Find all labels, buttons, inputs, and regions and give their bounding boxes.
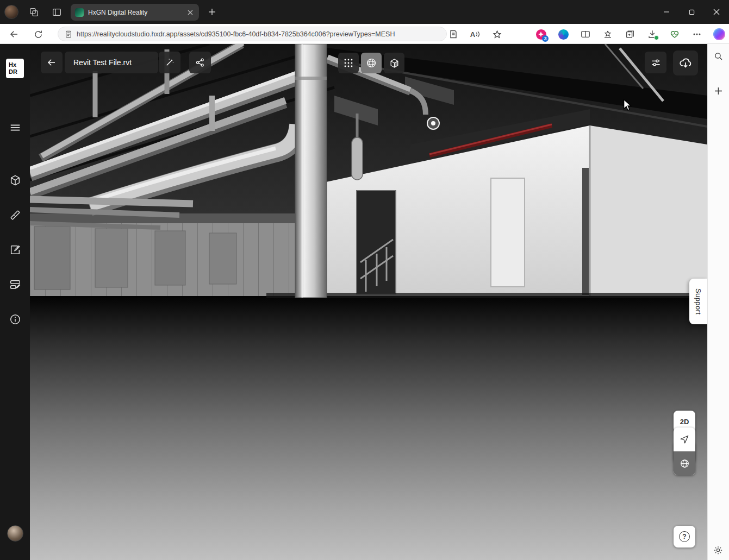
logo-line-2: DR bbox=[9, 68, 24, 75]
search-icon[interactable] bbox=[711, 48, 726, 64]
menu-icon[interactable] bbox=[8, 121, 22, 135]
workspaces-icon[interactable] bbox=[28, 7, 39, 17]
read-aloud-icon[interactable]: A bbox=[468, 27, 483, 42]
favorites-hub-icon[interactable] bbox=[601, 28, 614, 41]
assets-cube-icon[interactable] bbox=[8, 173, 22, 187]
save-page-icon[interactable] bbox=[446, 27, 461, 42]
split-screen-icon[interactable] bbox=[579, 28, 592, 41]
settings-more-icon[interactable] bbox=[690, 28, 703, 41]
back-icon[interactable] bbox=[7, 27, 22, 42]
tab-actions-icon[interactable] bbox=[51, 7, 62, 17]
back-button[interactable] bbox=[41, 52, 63, 73]
browser-titlebar: HxGN Digital Reality bbox=[0, 0, 729, 24]
share-icon[interactable] bbox=[189, 52, 211, 73]
globe-button[interactable] bbox=[674, 451, 695, 475]
copilot-icon[interactable] bbox=[713, 28, 726, 41]
magic-wand-icon[interactable] bbox=[159, 52, 180, 73]
browser-essentials-icon[interactable] bbox=[668, 28, 681, 41]
address-bar[interactable]: https://realitycloudstudio.hxdr.app/asse… bbox=[58, 27, 447, 41]
browser-side-rail bbox=[707, 44, 729, 560]
new-tab-button[interactable] bbox=[205, 5, 219, 18]
toolbar-extensions: 3 bbox=[534, 27, 726, 42]
model-mode-button[interactable] bbox=[384, 53, 404, 73]
support-tab[interactable]: Support bbox=[689, 279, 707, 324]
minimize-button[interactable] bbox=[654, 0, 679, 24]
filter-sliders-icon[interactable] bbox=[645, 52, 666, 73]
user-avatar[interactable] bbox=[7, 525, 23, 542]
point-cloud-mode-button[interactable] bbox=[338, 53, 359, 73]
info-icon[interactable] bbox=[8, 312, 22, 326]
projects-icon[interactable] bbox=[8, 278, 22, 292]
tab-close-icon[interactable] bbox=[186, 8, 195, 17]
help-glyph: ? bbox=[682, 533, 686, 540]
hxdr-logo[interactable]: Hx DR bbox=[6, 59, 24, 78]
extension-badge: 3 bbox=[542, 35, 549, 42]
annotate-icon[interactable] bbox=[8, 243, 22, 257]
close-window-button[interactable] bbox=[704, 0, 729, 24]
extension-pink-icon[interactable]: 3 bbox=[534, 28, 547, 41]
extension-color-icon[interactable] bbox=[557, 28, 570, 41]
navigate-button[interactable] bbox=[674, 427, 695, 451]
refresh-icon[interactable] bbox=[30, 27, 46, 42]
tab-favicon bbox=[75, 8, 84, 17]
add-sidebar-icon[interactable] bbox=[711, 83, 726, 98]
favorite-star-icon[interactable] bbox=[489, 27, 504, 42]
mesh-mode-button[interactable] bbox=[361, 53, 382, 73]
download-complete-badge bbox=[654, 35, 659, 40]
browser-tab[interactable]: HxGN Digital Reality bbox=[71, 4, 199, 21]
cloud-download-icon[interactable] bbox=[673, 51, 698, 75]
app-sidebar: Hx DR bbox=[0, 44, 30, 560]
measure-icon[interactable] bbox=[8, 208, 22, 222]
help-button[interactable]: ? bbox=[674, 526, 695, 548]
tab-title: HxGN Digital Reality bbox=[88, 9, 186, 16]
downloads-icon[interactable] bbox=[646, 28, 659, 41]
browser-profile-avatar[interactable] bbox=[4, 5, 18, 19]
viewer-panel: Revit Test File.rvt bbox=[30, 44, 707, 560]
support-label: Support bbox=[694, 288, 702, 314]
url-text: https://realitycloudstudio.hxdr.app/asse… bbox=[77, 30, 395, 38]
settings-gear-icon[interactable] bbox=[711, 543, 726, 558]
view-mode-group bbox=[338, 53, 404, 73]
poi-marker bbox=[427, 117, 439, 129]
logo-line-1: Hx bbox=[9, 61, 24, 68]
file-name-label: Revit Test File.rvt bbox=[65, 52, 158, 73]
maximize-button[interactable] bbox=[679, 0, 704, 24]
site-info-icon[interactable] bbox=[65, 30, 72, 38]
collections-icon[interactable] bbox=[624, 28, 637, 41]
browser-toolbar: https://realitycloudstudio.hxdr.app/asse… bbox=[0, 24, 729, 44]
navigation-group bbox=[674, 427, 695, 475]
model-canvas[interactable] bbox=[30, 44, 707, 560]
